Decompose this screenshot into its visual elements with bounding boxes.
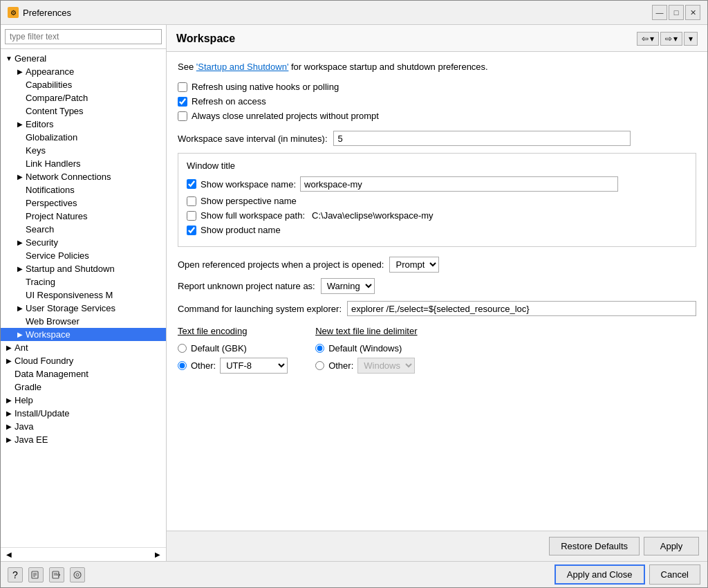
sidebar-item-data-management[interactable]: Data Management	[1, 367, 166, 380]
sidebar-item-keys[interactable]: Keys	[1, 144, 166, 157]
refresh-native-checkbox[interactable]	[178, 82, 187, 92]
sidebar-item-workspace[interactable]: ▶ Workspace	[1, 328, 166, 341]
show-workspace-name-checkbox[interactable]	[187, 179, 196, 189]
show-perspective-name-checkbox[interactable]	[187, 196, 196, 206]
sidebar: ▼ General ▶ Appearance Capabilities Comp…	[1, 25, 167, 561]
minimize-button[interactable]: —	[652, 5, 667, 20]
show-product-name-label[interactable]: Show product name	[201, 225, 281, 235]
svg-point-8	[74, 571, 81, 578]
back-arrow-dropdown-icon: ▾	[650, 34, 654, 44]
cancel-button[interactable]: Cancel	[649, 564, 700, 585]
show-workspace-name-label[interactable]: Show workspace name:	[201, 179, 296, 190]
sidebar-item-java[interactable]: ▶ Java	[1, 420, 166, 433]
tree: ▼ General ▶ Appearance Capabilities Comp…	[1, 49, 166, 547]
report-unknown-select[interactable]: Warning Error Ignore	[321, 278, 375, 294]
sidebar-item-help[interactable]: ▶ Help	[1, 394, 166, 407]
expander-java: ▶	[3, 423, 15, 430]
scroll-right[interactable]: ▶	[152, 549, 163, 560]
encoding-default-radio[interactable]	[178, 344, 187, 353]
filter-input[interactable]	[5, 29, 162, 44]
sidebar-item-service-policies[interactable]: Service Policies	[1, 249, 166, 262]
import-prefs-icon[interactable]	[49, 567, 64, 582]
close-unrelated-label[interactable]: Always close unrelated projects without …	[192, 111, 379, 121]
restore-defaults-button[interactable]: Restore Defaults	[549, 537, 640, 555]
sidebar-item-install-update[interactable]: ▶ Install/Update	[1, 407, 166, 420]
sidebar-item-startup-shutdown[interactable]: ▶ Startup and Shutdown	[1, 262, 166, 275]
sidebar-item-appearance[interactable]: ▶ Appearance	[1, 65, 166, 78]
scroll-left[interactable]: ◀	[3, 549, 15, 560]
sidebar-item-network-connections[interactable]: ▶ Network Connections	[1, 170, 166, 183]
panel-footer: Restore Defaults Apply	[167, 531, 707, 561]
workspace-name-input[interactable]	[300, 176, 618, 192]
sidebar-item-cloud-foundry[interactable]: ▶ Cloud Foundry	[1, 354, 166, 367]
expander-web-browser	[15, 318, 26, 325]
sidebar-item-security[interactable]: ▶ Security	[1, 236, 166, 249]
nav-menu-button[interactable]: ▾	[684, 32, 698, 46]
forward-arrow-dropdown-icon: ▾	[673, 34, 678, 44]
export-prefs-icon[interactable]	[28, 567, 44, 582]
bottom-bar: ?	[1, 561, 707, 587]
expander-content-types	[15, 107, 26, 115]
sidebar-item-link-handlers[interactable]: Link Handlers	[1, 157, 166, 170]
back-button[interactable]: ⇦ ▾	[637, 32, 659, 46]
expander-tracing	[15, 278, 26, 286]
sidebar-item-project-natures[interactable]: Project Natures	[1, 210, 166, 223]
line-delimiter-other-label[interactable]: Other:	[328, 360, 353, 371]
bottom-left-icons: ?	[8, 567, 85, 582]
sidebar-item-general[interactable]: ▼ General	[1, 52, 166, 65]
sidebar-item-editors[interactable]: ▶ Editors	[1, 118, 166, 131]
encoding-default-label[interactable]: Default (GBK)	[191, 343, 247, 353]
show-perspective-name-label[interactable]: Show perspective name	[201, 196, 297, 206]
sidebar-item-compare-patch[interactable]: Compare/Patch	[1, 91, 166, 104]
sidebar-item-ui-responsiveness[interactable]: UI Responsiveness M	[1, 288, 166, 302]
expander-ui-responsiveness	[15, 291, 26, 299]
command-input[interactable]	[347, 301, 696, 316]
sidebar-item-capabilities[interactable]: Capabilities	[1, 78, 166, 91]
line-delimiter-select[interactable]: Windows Unix Mac	[357, 358, 415, 374]
close-button[interactable]: ✕	[685, 5, 700, 20]
refresh-access-label[interactable]: Refresh on access	[192, 96, 266, 107]
command-row: Command for launching system explorer:	[178, 301, 696, 316]
main-content: ▼ General ▶ Appearance Capabilities Comp…	[1, 25, 707, 561]
sidebar-item-gradle[interactable]: Gradle	[1, 380, 166, 394]
restore-button[interactable]: □	[669, 5, 684, 20]
line-delimiter-other-radio[interactable]	[315, 361, 324, 370]
line-delimiter-default-row: Default (Windows)	[315, 343, 417, 353]
line-delimiter-group: New text file line delimiter Default (Wi…	[315, 326, 417, 374]
sidebar-item-content-types[interactable]: Content Types	[1, 104, 166, 118]
sidebar-item-globalization[interactable]: Globalization	[1, 131, 166, 144]
expander-perspectives	[15, 199, 26, 207]
line-delimiter-default-label[interactable]: Default (Windows)	[328, 343, 402, 353]
show-full-workspace-path-label[interactable]: Show full workspace path:	[201, 210, 305, 221]
encoding-other-label[interactable]: Other:	[191, 360, 216, 371]
refresh-access-checkbox[interactable]	[178, 97, 187, 107]
sidebar-item-tracing[interactable]: Tracing	[1, 275, 166, 288]
help-icon[interactable]: ?	[8, 567, 23, 582]
open-referenced-select[interactable]: Prompt Always Never	[389, 257, 439, 273]
encoding-select[interactable]: UTF-8 UTF-16 ISO-8859-1 GBK	[220, 358, 288, 374]
bottom-right-buttons: Apply and Close Cancel	[555, 564, 700, 585]
show-product-name-checkbox[interactable]	[187, 226, 196, 235]
refresh-native-label[interactable]: Refresh using native hooks or polling	[192, 82, 339, 92]
sidebar-item-java-ee[interactable]: ▶ Java EE	[1, 433, 166, 446]
encoding-other-radio[interactable]	[178, 361, 187, 370]
expander-search	[15, 226, 26, 233]
close-unrelated-checkbox[interactable]	[178, 111, 187, 121]
startup-shutdown-link[interactable]: 'Startup and Shutdown'	[196, 62, 289, 72]
command-label: Command for launching system explorer:	[178, 304, 342, 314]
sidebar-item-ant[interactable]: ▶ Ant	[1, 341, 166, 354]
sidebar-item-search[interactable]: Search	[1, 223, 166, 236]
apply-close-button[interactable]: Apply and Close	[555, 564, 645, 585]
apply-button[interactable]: Apply	[644, 537, 699, 555]
window-controls: — □ ✕	[652, 5, 700, 20]
sidebar-item-perspectives[interactable]: Perspectives	[1, 196, 166, 210]
save-interval-input[interactable]	[333, 131, 631, 146]
sidebar-item-user-storage[interactable]: ▶ User Storage Services	[1, 302, 166, 315]
sidebar-item-notifications[interactable]: Notifications	[1, 183, 166, 196]
open-referenced-label: Open referenced projects when a project …	[178, 259, 384, 270]
show-full-workspace-path-checkbox[interactable]	[187, 211, 196, 221]
settings-icon[interactable]	[70, 567, 85, 582]
sidebar-item-web-browser[interactable]: Web Browser	[1, 315, 166, 328]
line-delimiter-default-radio[interactable]	[315, 344, 324, 353]
forward-button[interactable]: ⇨ ▾	[660, 32, 682, 46]
